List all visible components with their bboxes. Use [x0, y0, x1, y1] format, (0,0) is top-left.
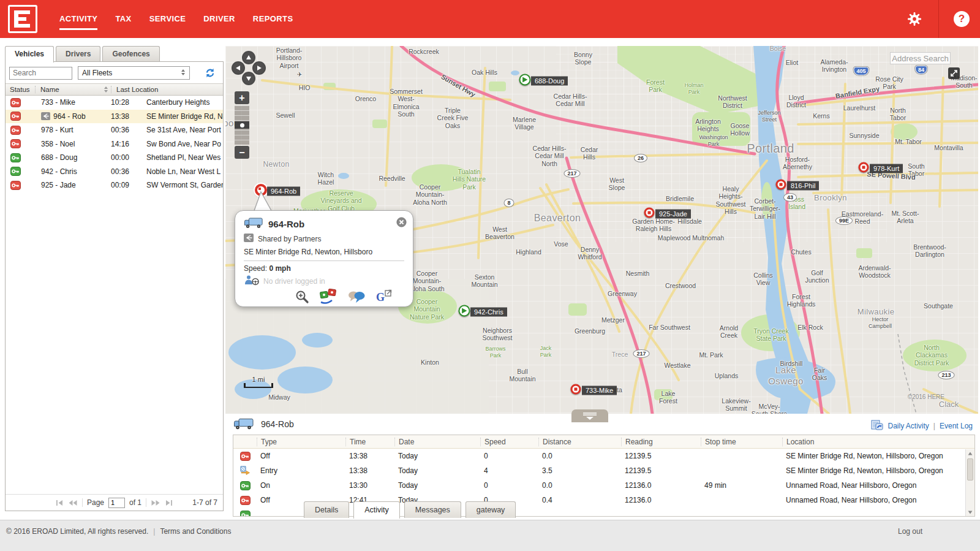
column-name[interactable]: Name: [35, 86, 111, 93]
eroad-logo-icon[interactable]: [8, 5, 37, 33]
tab-messages[interactable]: Messages: [404, 501, 461, 518]
select-arrows-icon: [181, 69, 186, 78]
column-distance[interactable]: Distance: [538, 438, 621, 446]
vehicle-row[interactable]: 978 - Kurt00:36Se 31st Ave, Near Port: [6, 123, 223, 137]
prev-page-icon[interactable]: [68, 500, 78, 506]
tab-activity[interactable]: Activity: [353, 501, 400, 519]
trip-replay-icon[interactable]: [319, 289, 337, 305]
page-input[interactable]: [108, 498, 125, 508]
scrollbar-thumb[interactable]: [967, 458, 973, 481]
ignition-on-icon: [6, 167, 35, 176]
nav-item-driver[interactable]: DRIVER: [203, 0, 235, 38]
vehicle-marker-816-phil[interactable]: [776, 180, 786, 190]
vehicle-name: 688 - Doug: [35, 153, 111, 162]
logout-link[interactable]: Log out: [898, 527, 922, 536]
vehicle-list: 733 - Mike10:28Canterbury Heights 964 - …: [6, 96, 223, 192]
column-location[interactable]: Location: [782, 438, 974, 446]
column-time[interactable]: Time: [345, 438, 394, 446]
nav-item-service[interactable]: SERVICE: [149, 0, 186, 38]
ignition-on-icon: [6, 153, 35, 162]
messages-icon[interactable]: [347, 290, 366, 304]
pan-right-icon[interactable]: [252, 61, 266, 75]
copyright-text: © 2016 EROAD Limited, All rights reserve…: [6, 527, 148, 536]
vehicle-location: SW Vermont St, Garden: [146, 181, 223, 189]
column-last-location[interactable]: Last Location: [111, 86, 223, 93]
nav-item-tax[interactable]: TAX: [115, 0, 131, 38]
vehicle-marker-978-kurt[interactable]: [859, 162, 869, 173]
vehicle-marker-688-doug[interactable]: [519, 74, 531, 86]
panel-vehicle-name: 964-Rob: [261, 419, 294, 429]
tab-geofences[interactable]: Geofences: [102, 46, 159, 62]
zoom-out-button[interactable]: −: [235, 146, 249, 159]
tab-vehicles[interactable]: Vehicles: [5, 46, 54, 63]
pan-left-icon[interactable]: [232, 61, 245, 75]
google-maps-link-icon[interactable]: G: [375, 289, 392, 304]
topbar-divider: [938, 0, 939, 38]
terms-link[interactable]: Terms and Conditions: [160, 527, 231, 536]
vehicle-popup: 964-Rob Shared by Partners SE Minter Bri…: [235, 210, 413, 307]
popup-address: SE Minter Bridge Rd, Newton, Hillsboro: [244, 248, 404, 261]
column-speed[interactable]: Speed: [480, 438, 538, 446]
table-scrollbar[interactable]: [965, 449, 974, 516]
close-icon[interactable]: [396, 217, 407, 229]
ignition-off-icon: [6, 139, 35, 148]
search-input[interactable]: [9, 67, 72, 80]
vehicle-location: SE Minter Bridge Rd, Ne: [146, 112, 223, 121]
pan-up-icon[interactable]: [242, 51, 255, 64]
zoom-slider[interactable]: [235, 105, 249, 145]
first-page-icon[interactable]: [56, 500, 64, 506]
activity-row[interactable]: Off13:38Today00.012139.5SE Minter Bridge…: [233, 449, 974, 463]
scroll-down-icon[interactable]: [966, 508, 974, 516]
vehicle-row[interactable]: 942 - Chris00:36Noble Ln, Near West L: [6, 165, 223, 179]
tab-details[interactable]: Details: [304, 501, 349, 518]
zoom-to-vehicle-icon[interactable]: [295, 289, 309, 304]
column-status[interactable]: Status: [6, 86, 35, 93]
vehicle-row[interactable]: 964 - Rob13:38SE Minter Bridge Rd, Ne: [6, 110, 223, 124]
vehicle-marker-925-jade[interactable]: [644, 208, 655, 218]
activity-row[interactable]: On13:30Today00.012136.049 minUnnamed Roa…: [233, 478, 974, 493]
zoom-slider-handle[interactable]: [235, 121, 249, 129]
map-pan-control: [232, 51, 266, 91]
activity-row[interactable]: Entry13:38Today43.512139.5SE Minter Brid…: [233, 463, 974, 478]
vehicle-row[interactable]: 925 - Jade00:09SW Vermont St, Garden: [6, 178, 223, 192]
vehicle-name: 978 - Kurt: [35, 126, 111, 134]
pan-down-icon[interactable]: [242, 72, 255, 85]
tab-drivers[interactable]: Drivers: [56, 46, 100, 62]
daily-activity-link[interactable]: Daily Activity: [888, 422, 929, 430]
vehicle-marker-942-chris[interactable]: [459, 305, 470, 317]
nav-item-activity[interactable]: ACTIVITY: [59, 0, 97, 38]
column-type[interactable]: Type: [257, 438, 345, 446]
address-search-input[interactable]: [890, 52, 951, 64]
vehicle-row[interactable]: 358 - Noel14:16Sw Bond Ave, Near Po: [6, 137, 223, 151]
vehicle-marker-733-mike[interactable]: [571, 384, 581, 395]
vehicle-row[interactable]: 733 - Mike10:28Canterbury Heights: [6, 96, 223, 110]
map-attribution: ©2016 HERE: [908, 393, 944, 400]
sort-icon: [104, 86, 108, 93]
nav-item-reports[interactable]: REPORTS: [253, 0, 293, 38]
geofence-entry-icon: [233, 466, 257, 476]
last-page-icon[interactable]: [165, 500, 173, 506]
road-shield-213: 213: [938, 371, 954, 379]
help-icon[interactable]: ?: [954, 11, 970, 27]
column-date[interactable]: Date: [394, 438, 480, 446]
vehicle-detail-panel: 964-Rob DetailsActivityMessagesgateway D…: [225, 414, 980, 518]
tab-gateway[interactable]: gateway: [466, 501, 516, 518]
refresh-icon[interactable]: [205, 67, 216, 78]
scroll-up-icon[interactable]: [966, 449, 974, 457]
next-page-icon[interactable]: [151, 500, 160, 506]
fleet-filter-select[interactable]: All Fleets: [78, 66, 190, 80]
zoom-in-button[interactable]: +: [235, 91, 249, 104]
svg-text:G: G: [376, 291, 385, 303]
share-icon: [41, 112, 50, 120]
vehicle-location: Se 31st Ave, Near Port: [146, 126, 223, 134]
map-canvas[interactable]: Portland- Hillsboro Airport✈HIORockcreek…: [225, 46, 978, 414]
panel-collapse-handle[interactable]: [571, 409, 608, 422]
expand-map-icon[interactable]: [948, 67, 960, 79]
event-log-link[interactable]: Event Log: [940, 422, 973, 430]
gear-icon[interactable]: [907, 11, 922, 27]
column-reading[interactable]: Reading: [621, 438, 701, 446]
truck-icon: [244, 217, 263, 230]
vehicle-row[interactable]: 688 - Doug00:00Shetland Pl, Near Wes: [6, 151, 223, 165]
road-shield-217: 217: [633, 349, 649, 358]
column-stop-time[interactable]: Stop time: [701, 438, 782, 446]
